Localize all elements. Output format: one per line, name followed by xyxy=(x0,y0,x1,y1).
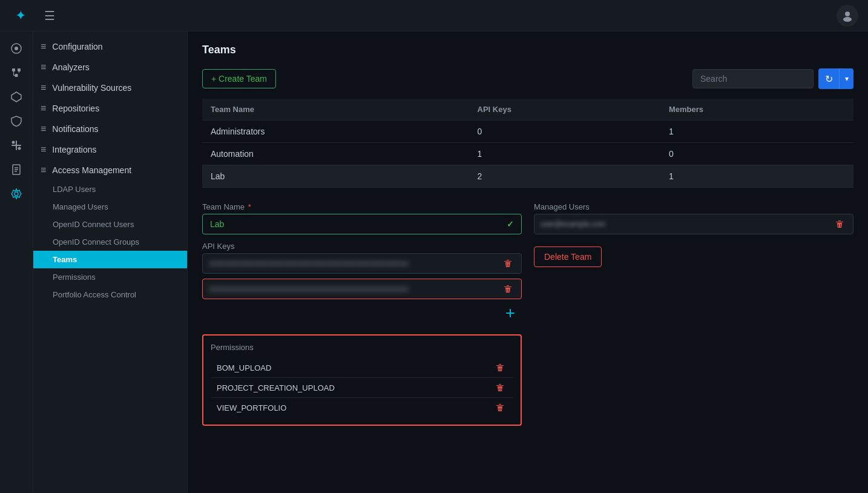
menu-icon-integrations: ≡ xyxy=(41,144,46,155)
menu-icon-access: ≡ xyxy=(41,165,46,176)
main-content: Teams + Create Team ↻ ▾ xyxy=(188,31,868,493)
col-members: Members xyxy=(660,99,853,121)
delete-team-button[interactable]: Delete Team xyxy=(534,247,602,267)
sidebar-item-managed-users[interactable]: Managed Users xyxy=(33,198,187,216)
api-keys-cell: 1 xyxy=(469,143,660,165)
form-left: Team Name * Lab ✓ API Keys xx xyxy=(202,202,522,426)
team-name-input-display[interactable]: Lab ✓ xyxy=(202,214,522,234)
sidebar-label-notifications: Notifications xyxy=(52,124,98,134)
permissions-box: Permissions BOM_UPLOAD PROJECT_CREATION_… xyxy=(202,334,522,426)
create-team-button[interactable]: + Create Team xyxy=(202,69,276,88)
page-title: Teams xyxy=(202,44,853,56)
add-api-key-button[interactable] xyxy=(504,306,517,320)
sidebar-item-portfolio-access-control[interactable]: Portfolio Access Control xyxy=(33,286,187,303)
delete-permission-button-1[interactable] xyxy=(493,363,507,372)
members-cell: 1 xyxy=(660,121,853,143)
sidebar-item-teams[interactable]: Teams xyxy=(33,251,187,268)
team-name-cell: Administrators xyxy=(202,121,469,143)
delete-api-key-button-2[interactable] xyxy=(501,284,515,294)
api-key-text: xxxxxxxxxxxxxxxxxxxxxxxxxxxxxxxxxxxxxxxx… xyxy=(209,259,496,268)
permission-row: BOM_UPLOAD xyxy=(211,358,513,378)
shield-icon[interactable] xyxy=(5,110,27,132)
sidebar-item-configuration[interactable]: ≡ Configuration xyxy=(33,36,187,57)
sidebar-item-openid-connect-groups[interactable]: OpenID Connect Groups xyxy=(33,233,187,251)
sidebar-item-vulnerability-sources[interactable]: ≡ Vulnerability Sources xyxy=(33,78,187,98)
managed-user-row: user@example.com xyxy=(534,214,853,234)
svg-rect-4 xyxy=(12,68,15,71)
delete-api-key-button[interactable] xyxy=(501,259,515,268)
teams-table: Team Name API Keys Members Administrator… xyxy=(202,99,853,188)
api-key-row: xxxxxxxxxxxxxxxxxxxxxxxxxxxxxxxxxxxxxxxx… xyxy=(202,253,522,274)
app-logo[interactable]: ✦ xyxy=(10,5,31,27)
table-row[interactable]: Automation 1 0 xyxy=(202,143,853,165)
scale-icon[interactable] xyxy=(5,134,27,156)
reports-icon[interactable] xyxy=(5,159,27,180)
required-asterisk: * xyxy=(248,202,251,211)
api-keys-section: API Keys xxxxxxxxxxxxxxxxxxxxxxxxxxxxxxx… xyxy=(202,242,522,322)
sidebar-label-vulnerability-sources: Vulnerability Sources xyxy=(52,83,131,93)
members-cell: 0 xyxy=(660,143,853,165)
managed-user-text: user@example.com xyxy=(541,220,827,228)
sidebar-label-access-management: Access Management xyxy=(52,165,131,175)
user-avatar[interactable] xyxy=(837,5,858,27)
sidebar-item-integrations[interactable]: ≡ Integrations xyxy=(33,139,187,160)
refresh-button[interactable]: ↻ xyxy=(818,68,839,89)
sidebar-item-notifications[interactable]: ≡ Notifications xyxy=(33,119,187,139)
sidebar-label-teams: Teams xyxy=(53,255,77,264)
svg-rect-5 xyxy=(18,68,21,71)
sidebar-label-configuration: Configuration xyxy=(52,42,102,51)
sidebar-item-analyzers[interactable]: ≡ Analyzers xyxy=(33,57,187,78)
check-icon: ✓ xyxy=(507,219,514,229)
refresh-group: ↻ ▾ xyxy=(818,68,853,89)
svg-point-13 xyxy=(12,141,15,144)
sidebar-item-repositories[interactable]: ≡ Repositories xyxy=(33,98,187,119)
team-name-section: Team Name * Lab ✓ xyxy=(202,202,522,234)
dashboard-icon[interactable] xyxy=(5,38,27,59)
table-row[interactable]: Lab 2 1 xyxy=(202,165,853,188)
managed-users-section: Managed Users user@example.com xyxy=(534,202,853,234)
sidebar-label-analyzers: Analyzers xyxy=(52,62,89,72)
table-row[interactable]: Administrators 0 1 xyxy=(202,121,853,143)
col-team-name: Team Name xyxy=(202,99,469,121)
menu-icon-notif: ≡ xyxy=(41,124,46,134)
menu-icon-repos: ≡ xyxy=(41,103,46,114)
sidebar-item-permissions[interactable]: Permissions xyxy=(33,268,187,286)
settings-icon[interactable] xyxy=(5,183,27,205)
components-icon[interactable] xyxy=(5,86,27,108)
sidebar-item-openid-connect-users[interactable]: OpenID Connect Users xyxy=(33,216,187,233)
api-keys-label: API Keys xyxy=(202,242,522,251)
sidebar-label-openid-users: OpenID Connect Users xyxy=(53,220,134,229)
hamburger-menu[interactable]: ☰ xyxy=(39,5,61,27)
hierarchy-icon[interactable] xyxy=(5,62,27,84)
icon-bar xyxy=(0,31,33,493)
permission-row: VIEW_PORTFOLIO xyxy=(211,398,513,417)
members-cell: 1 xyxy=(660,165,853,188)
chevron-down-icon: ▾ xyxy=(845,74,849,83)
api-keys-cell: 0 xyxy=(469,121,660,143)
header-bar: ✦ ☰ xyxy=(0,0,868,31)
delete-permission-button-3[interactable] xyxy=(493,403,507,412)
team-name-cell: Lab xyxy=(202,165,469,188)
svg-point-19 xyxy=(15,192,18,196)
sidebar-item-access-management[interactable]: ≡ Access Management xyxy=(33,160,187,180)
managed-users-label: Managed Users xyxy=(534,202,853,211)
sidebar-label-openid-groups: OpenID Connect Groups xyxy=(53,237,139,247)
menu-icon-configuration: ≡ xyxy=(41,41,46,52)
menu-icon-analyzers: ≡ xyxy=(41,62,46,73)
permissions-title: Permissions xyxy=(211,343,513,352)
edit-form: Team Name * Lab ✓ API Keys xx xyxy=(202,202,853,426)
search-input[interactable] xyxy=(692,69,814,88)
refresh-dropdown-button[interactable]: ▾ xyxy=(839,68,853,89)
svg-point-14 xyxy=(18,147,21,150)
delete-team-label: Delete Team xyxy=(544,252,591,262)
permission-row: PROJECT_CREATION_UPLOAD xyxy=(211,378,513,398)
sidebar-item-ldap-users[interactable]: LDAP Users xyxy=(33,180,187,198)
delete-permission-button-2[interactable] xyxy=(493,383,507,392)
delete-managed-user-button[interactable] xyxy=(832,219,847,229)
toolbar: + Create Team ↻ ▾ xyxy=(202,68,853,89)
team-name-value: Lab xyxy=(210,219,224,229)
api-key-text-selected: xxxxxxxxxxxxxxxxxxxxxxxxxxxxxxxxxxxxxxxx… xyxy=(209,285,496,293)
svg-marker-10 xyxy=(12,92,21,102)
svg-rect-12 xyxy=(12,145,21,146)
sidebar-label-portfolio-access: Portfolio Access Control xyxy=(53,290,136,299)
